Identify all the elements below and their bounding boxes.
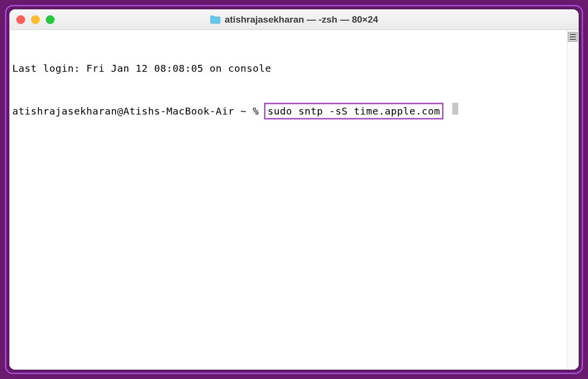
command-highlight: sudo sntp -sS time.apple.com xyxy=(264,103,443,119)
entered-command: sudo sntp -sS time.apple.com xyxy=(267,105,440,117)
traffic-lights xyxy=(16,15,55,24)
shell-prompt: atishrajasekharan@Atishs-MacBook-Air ~ % xyxy=(12,104,265,118)
text-cursor xyxy=(452,103,458,115)
minimize-button[interactable] xyxy=(31,15,40,24)
last-login-line: Last login: Fri Jan 12 08:08:05 on conso… xyxy=(12,61,564,75)
terminal-body[interactable]: Last login: Fri Jan 12 08:08:05 on conso… xyxy=(9,30,579,370)
menu-icon[interactable] xyxy=(568,32,578,42)
maximize-button[interactable] xyxy=(46,15,55,24)
folder-icon xyxy=(210,15,221,24)
close-button[interactable] xyxy=(16,15,25,24)
scrollbar[interactable] xyxy=(567,30,579,370)
title-center: atishrajasekharan — -zsh — 80×24 xyxy=(210,14,378,25)
prompt-line: atishrajasekharan@Atishs-MacBook-Air ~ %… xyxy=(12,103,564,119)
screenshot-frame: atishrajasekharan — -zsh — 80×24 Last lo… xyxy=(5,5,583,374)
terminal-content[interactable]: Last login: Fri Jan 12 08:08:05 on conso… xyxy=(9,30,567,370)
window-title: atishrajasekharan — -zsh — 80×24 xyxy=(225,14,378,25)
window-titlebar[interactable]: atishrajasekharan — -zsh — 80×24 xyxy=(9,9,579,30)
terminal-window: atishrajasekharan — -zsh — 80×24 Last lo… xyxy=(9,9,579,370)
